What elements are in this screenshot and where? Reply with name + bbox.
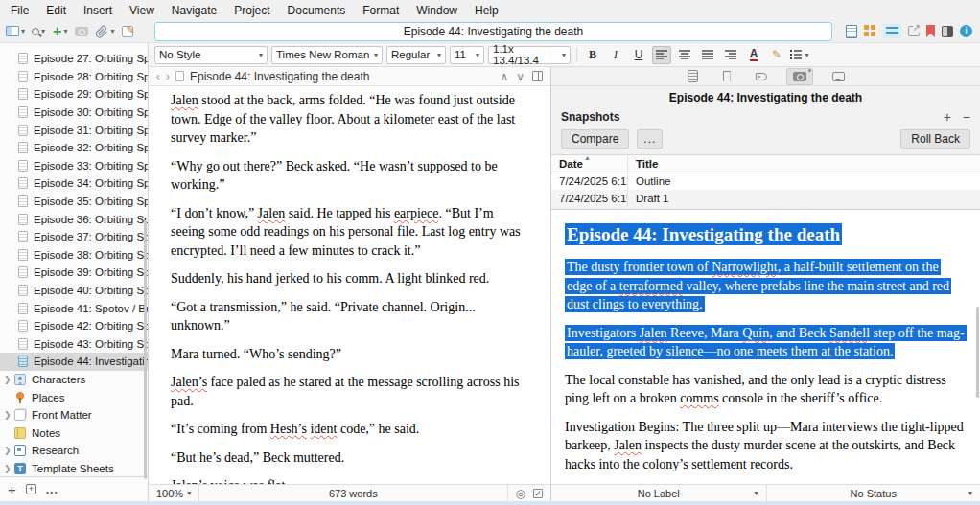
paperclip-icon[interactable] [95,25,108,38]
align-center-button[interactable] [675,46,694,64]
status-dropdown[interactable]: No Status▾ [766,485,980,501]
add-item-caret[interactable]: ▾ [63,27,67,35]
binder-add-folder-icon[interactable]: + [26,484,36,494]
menu-item-insert[interactable]: Insert [75,2,121,19]
bookmark-icon[interactable] [926,25,935,37]
menu-item-help[interactable]: Help [466,2,507,19]
menu-item-documents[interactable]: Documents [279,2,355,19]
binder-item[interactable]: Episode 33: Orbiting Spoto... [0,157,148,175]
binder-item[interactable]: Episode 37: Orbiting Spoto... [0,228,148,246]
info-icon[interactable]: i [960,25,972,37]
binder-item[interactable]: Episode 42: Orbiting Spotov [0,317,148,335]
binder-collection-front-matter[interactable]: ❯Front Matter [0,406,148,425]
highlight-button[interactable]: ✎ [767,46,786,64]
binder-item[interactable]: Episode 35: Orbiting Spoto... [0,193,148,211]
binder-item[interactable]: Episode 41: Spotov / Burg ... [0,299,148,317]
line-spacing-dropdown[interactable]: 1.1x 13.4/13.4▾ [488,46,571,64]
style-dropdown[interactable]: No Style▾ [154,46,268,64]
split-editor-icon[interactable] [532,71,543,81]
italic-button[interactable]: I [606,46,625,64]
snapshot-row[interactable]: 7/24/2025 6:19 ...Draft 1 [551,190,980,207]
binder-item[interactable]: Episode 39: Orbiting Spoto... [0,264,148,282]
font-size-dropdown[interactable]: 11▾ [450,46,484,64]
underline-button[interactable]: U [629,46,648,64]
text-color-button[interactable]: A [744,46,763,64]
menu-item-navigate[interactable]: Navigate [163,2,225,19]
outline-view-icon[interactable] [883,24,901,38]
binder-item[interactable]: Episode 44: Investigating th... [0,353,148,371]
snapshots-table-header[interactable]: Date▲ Title [551,155,980,172]
align-left-button[interactable] [652,46,671,64]
expand-chevron-icon[interactable]: ❯ [4,464,13,473]
next-doc-icon[interactable]: ∨ [516,70,525,83]
document-view-icon[interactable] [846,25,857,38]
binder-item[interactable]: Episode 27: Orbiting Spoto... [0,50,148,68]
binder-add-icon[interactable]: + [8,481,16,497]
search-caret[interactable]: ▾ [41,27,45,35]
split-view-icon[interactable] [942,26,953,37]
binder-collection-template-sheets[interactable]: ❯TTemplate Sheets [0,460,148,476]
binder-item[interactable]: Episode 28: Orbiting Spoto... [0,68,148,86]
binder-item[interactable]: Episode 30: Orbiting Spoto... [0,103,148,122]
compose-icon[interactable] [122,26,133,37]
menu-item-project[interactable]: Project [225,2,278,19]
font-variant-dropdown[interactable]: Regular▾ [386,46,446,64]
date-column-header[interactable]: Date▲ [551,155,628,172]
menu-item-edit[interactable]: Edit [37,2,75,19]
snapshot-add-button[interactable]: + [944,109,951,125]
binder-collection-research[interactable]: ❯Research [0,442,148,460]
snapshot-preview[interactable]: Episode 44: Investigating the deathThe d… [551,209,980,484]
corkboard-view-icon[interactable] [864,25,876,37]
binder-collection-places[interactable]: Places [0,388,148,406]
task-check-icon[interactable]: ✓ [533,489,543,498]
snapshot-camera-icon[interactable] [75,27,88,36]
menu-item-format[interactable]: Format [354,2,408,19]
binder-item[interactable]: Episode 31: Orbiting Spoto... [0,121,148,139]
tab-synopsis[interactable] [682,68,704,85]
binder-item[interactable]: Episode 34: Orbiting Spoto... [0,174,148,193]
rollback-button[interactable]: Roll Back [900,129,970,149]
zoom-dropdown[interactable]: 100%▾ [149,485,199,501]
bold-button[interactable]: B [583,46,602,64]
binder-item[interactable]: Episode 32: Orbiting Spoto... [0,139,148,157]
list-button[interactable]: ▾ [790,46,809,64]
document-title-field[interactable]: Episode 44: Investigating the death [154,22,832,41]
tab-snapshots[interactable] [786,68,813,85]
binder-collection-characters[interactable]: ❯Characters [0,371,148,389]
binder-item[interactable]: Episode 43: Orbiting Spoto... [0,335,148,354]
label-dropdown[interactable]: No Label▾ [551,485,766,501]
font-dropdown[interactable]: Times New Roman▾ [271,46,383,64]
title-column-header[interactable]: Title [628,158,980,170]
compare-button[interactable]: Compare [561,129,629,149]
previous-doc-icon[interactable]: ∧ [500,70,508,83]
expand-chevron-icon[interactable]: ❯ [4,375,13,384]
back-icon[interactable]: ‹ [156,70,160,83]
share-icon[interactable] [908,26,920,36]
tab-comments[interactable] [827,68,851,85]
binder-tree[interactable]: Episode 27: Orbiting Spoto...Episode 28:… [0,43,148,476]
snapshot-row[interactable]: 7/24/2025 6:12 ...Outline [551,172,980,190]
target-icon[interactable]: ◎ [516,487,525,500]
binder-item[interactable]: Episode 36: Orbiting Spoto... [0,210,148,228]
add-item-icon[interactable]: + [53,25,61,38]
binder-item[interactable]: Episode 38: Orbiting Spoto... [0,246,148,264]
menu-item-view[interactable]: View [121,2,163,19]
binder-item[interactable]: Episode 29: Orbiting Spoto... [0,85,148,103]
binder-more-icon[interactable]: ... [46,483,58,496]
tab-bookmarks[interactable] [717,68,736,85]
forward-icon[interactable]: › [166,70,170,83]
search-icon[interactable] [32,28,39,35]
menu-item-file[interactable]: File [2,2,37,19]
expand-chevron-icon[interactable]: ❯ [4,410,13,420]
paperclip-caret[interactable]: ▾ [110,27,114,35]
inspector-scrollbar[interactable] [976,307,979,398]
snapshot-more-button[interactable]: ... [637,129,663,149]
binder-toggle-icon[interactable] [6,26,19,36]
binder-collection-notes[interactable]: Notes [0,424,148,442]
binder-toggle-caret[interactable]: ▾ [21,27,25,35]
editor-text-area[interactable]: Jalen stood at the back, arms folded. “H… [149,86,550,484]
align-justify-button[interactable] [698,46,717,64]
binder-item[interactable]: Episode 40: Orbiting Spotov [0,282,148,300]
align-right-button[interactable] [721,46,740,64]
tab-metadata[interactable] [750,68,773,85]
